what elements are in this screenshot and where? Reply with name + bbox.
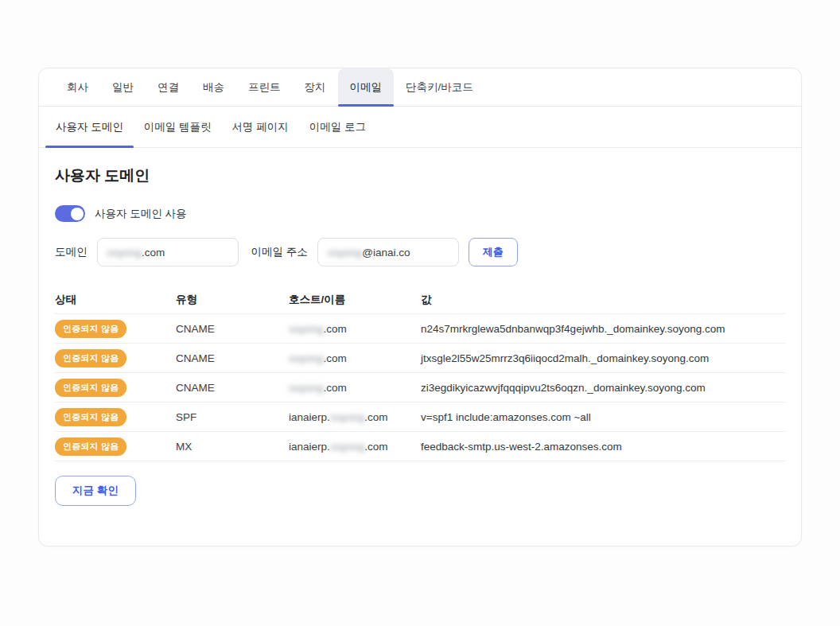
settings-card: 회사일반연결배송프린트장치이메일단축키/바코드 사용자 도메인이메일 템플릿서명… [38, 68, 802, 546]
host-redacted: soyong [330, 441, 365, 453]
record-type-cell: CNAME [176, 382, 289, 394]
record-value-cell: jtxsgle2l55w25mrrz3q6iiqocd2malh._domain… [421, 352, 785, 364]
host-redacted: soyong [330, 411, 365, 423]
status-cell: 인증되지 않음 [55, 349, 176, 367]
domain-form: 도메인 soyong.com 이메일 주소 soyong@ianai.co 제출 [55, 238, 785, 266]
host-redacted: soyong [289, 382, 324, 394]
host-cell: soyong.com [289, 323, 421, 335]
status-cell: 인증되지 않음 [55, 379, 176, 397]
host-redacted: soyong [289, 352, 324, 364]
status-cell: 인증되지 않음 [55, 408, 176, 426]
toggle-knob [71, 208, 84, 220]
secondary-tab-bar: 사용자 도메인이메일 템플릿서명 페이지이메일 로그 [39, 107, 801, 148]
tab-secondary-2[interactable]: 서명 페이지 [222, 107, 299, 147]
domain-input[interactable]: soyong.com [97, 238, 239, 266]
status-badge: 인증되지 않음 [55, 349, 126, 367]
tab-secondary-0[interactable]: 사용자 도메인 [45, 107, 134, 147]
tab-primary-7[interactable]: 단축키/바코드 [394, 68, 485, 106]
tab-primary-0[interactable]: 회사 [55, 68, 100, 106]
email-label: 이메일 주소 [251, 245, 308, 259]
tab-primary-1[interactable]: 일반 [100, 68, 146, 106]
host-cell: soyong.com [289, 352, 421, 364]
email-input[interactable]: soyong@ianai.co [317, 238, 459, 266]
status-badge: 인증되지 않음 [55, 320, 126, 338]
table-row-2: 인증되지 않음CNAMEsoyong.comzi3egdikyicazwvjfq… [55, 373, 785, 402]
status-cell: 인증되지 않음 [55, 437, 176, 456]
record-value-cell: zi3egdikyicazwvjfqqqipvu2ts6oqzn._domain… [421, 382, 785, 394]
table-row-0: 인증되지 않음CNAMEsoyong.comn24s7mrkrglewa5dnb… [55, 314, 785, 344]
status-badge: 인증되지 않음 [55, 437, 126, 456]
table-row-1: 인증되지 않음CNAMEsoyong.comjtxsgle2l55w25mrrz… [55, 344, 785, 373]
column-header-3: 값 [421, 293, 785, 307]
record-type-cell: SPF [176, 411, 289, 423]
email-value-redacted: soyong [328, 247, 363, 259]
record-type-cell: CNAME [176, 352, 289, 364]
submit-button[interactable]: 제출 [469, 238, 518, 266]
domain-label: 도메인 [55, 245, 88, 259]
custom-domain-toggle-row: 사용자 도메인 사용 [55, 205, 785, 222]
tab-secondary-3[interactable]: 이메일 로그 [299, 107, 376, 147]
verify-now-button[interactable]: 지금 확인 [55, 476, 136, 506]
domain-value-suffix: .com [142, 247, 165, 259]
host-redacted: soyong [289, 323, 324, 335]
record-type-cell: CNAME [176, 323, 289, 335]
host-cell: soyong.com [289, 382, 421, 394]
host-cell: ianaierp.soyong.com [289, 441, 421, 453]
table-header-row: 상태유형호스트/이름값 [55, 286, 785, 314]
record-value-cell: v=spf1 include:amazonses.com ~all [421, 411, 785, 423]
record-value-cell: n24s7mrkrglewa5dnbanwqp3f4gejwhb._domain… [421, 323, 785, 335]
tab-primary-2[interactable]: 연결 [146, 68, 191, 106]
column-header-2: 호스트/이름 [289, 293, 421, 307]
status-cell: 인증되지 않음 [55, 320, 176, 338]
tab-primary-6[interactable]: 이메일 [338, 68, 395, 106]
column-header-0: 상태 [55, 293, 176, 307]
table-body: 인증되지 않음CNAMEsoyong.comn24s7mrkrglewa5dnb… [55, 314, 785, 461]
tab-secondary-1[interactable]: 이메일 템플릿 [134, 107, 222, 147]
status-badge: 인증되지 않음 [55, 379, 126, 397]
table-row-4: 인증되지 않음MXianaierp.soyong.comfeedback-smt… [55, 432, 785, 461]
email-value-suffix: @ianai.co [362, 247, 410, 259]
dns-records-table: 상태유형호스트/이름값 인증되지 않음CNAMEsoyong.comn24s7m… [55, 286, 785, 461]
primary-tab-bar: 회사일반연결배송프린트장치이메일단축키/바코드 [39, 68, 801, 107]
column-header-1: 유형 [176, 293, 289, 307]
record-type-cell: MX [176, 441, 289, 453]
domain-value-redacted: soyong [107, 247, 142, 259]
record-value-cell: feedback-smtp.us-west-2.amazonses.com [421, 441, 785, 453]
host-cell: ianaierp.soyong.com [289, 411, 421, 423]
toggle-label: 사용자 도메인 사용 [95, 207, 187, 221]
tab-primary-4[interactable]: 프린트 [236, 68, 293, 106]
custom-domain-toggle[interactable] [55, 205, 85, 222]
table-row-3: 인증되지 않음SPFianaierp.soyong.comv=spf1 incl… [55, 402, 785, 432]
tab-primary-3[interactable]: 배송 [191, 68, 236, 106]
status-badge: 인증되지 않음 [55, 408, 126, 426]
tab-primary-5[interactable]: 장치 [293, 68, 338, 106]
page-title: 사용자 도메인 [55, 165, 785, 186]
